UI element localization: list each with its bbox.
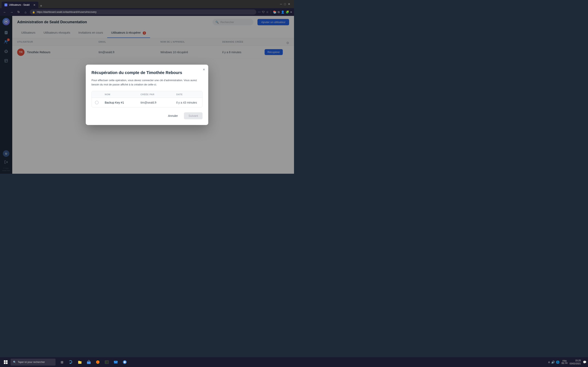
modal-description: Pour effectuer cette opération, vous dev… [91,78,203,87]
url-text: https://dashboard.seald.io/dashboard/#/u… [37,11,96,13]
profile-icon[interactable]: 👤 [281,10,285,14]
modal-close-button[interactable]: × [203,67,205,72]
maximize-button[interactable]: □ [284,2,286,6]
key-date: il y a 43 minutes [176,101,199,104]
bookmark-icon[interactable]: ☆ [266,10,269,14]
cancel-button[interactable]: Annuler [164,112,182,119]
active-tab[interactable]: Utilisateurs - Seald ✕ [2,2,38,8]
key-creator: tim@seald.fr [140,101,174,104]
key-col-creator: CRÉÉE PAR [140,93,174,96]
url-bar[interactable]: 🔒 https://dashboard.seald.io/dashboard/#… [30,9,256,15]
next-button[interactable]: Suivant [184,112,203,119]
modal-title: Récupération du compte de Timothée Rebou… [91,70,203,75]
modal-overlay: × Récupération du compte de Timothée Reb… [0,16,294,174]
lock-icon: 🔒 [32,11,35,13]
browser-tabs: Utilisateurs - Seald ✕ + [2,0,44,8]
nav-icons-right: ⋯ 🛡 ☆ 📚 ⧉ 👤 🧩 ≡ [258,10,292,14]
extensions-icon[interactable]: 🧩 [286,10,289,14]
modal-buttons: Annuler Suivant [91,112,203,119]
browser-chrome: Utilisateurs - Seald ✕ + ─ □ ✕ [0,0,294,8]
key-radio-button[interactable] [95,101,99,104]
key-col-select [95,93,103,96]
key-col-nom: NOM [105,93,139,96]
split-view-icon[interactable]: ⧉ [278,10,280,14]
key-table: NOM CRÉÉE PAR DATE Backup Key #1 tim@sea… [91,91,203,108]
new-tab-button[interactable]: + [38,4,44,8]
key-table-row: Backup Key #1 tim@seald.fr il y a 43 min… [92,98,202,107]
minimize-button[interactable]: ─ [280,2,282,6]
app-wrapper: 1 U © 2021 Seald SAS Administration de S… [0,16,294,174]
browser-navbar: ← → ↻ ⌂ 🔒 https://dashboard.seald.io/das… [0,8,294,16]
key-table-header: NOM CRÉÉE PAR DATE [92,91,202,98]
reload-button[interactable]: ↻ [16,9,21,15]
more-button[interactable]: ⋯ [258,10,261,14]
key-name: Backup Key #1 [105,101,139,104]
menu-button[interactable]: ≡ [290,10,292,14]
reading-list-icon[interactable]: 📚 [273,10,277,14]
shield-icon: 🛡 [262,10,265,14]
key-col-date: DATE [176,93,199,96]
forward-button[interactable]: → [9,9,14,15]
tab-favicon [4,3,7,6]
tab-title: Utilisateurs - Seald [9,3,30,6]
tab-close-button[interactable]: ✕ [33,3,35,7]
close-window-button[interactable]: ✕ [288,2,290,6]
recovery-modal: × Récupération du compte de Timothée Reb… [86,65,208,125]
back-button[interactable]: ← [2,9,7,15]
home-button[interactable]: ⌂ [23,9,28,15]
